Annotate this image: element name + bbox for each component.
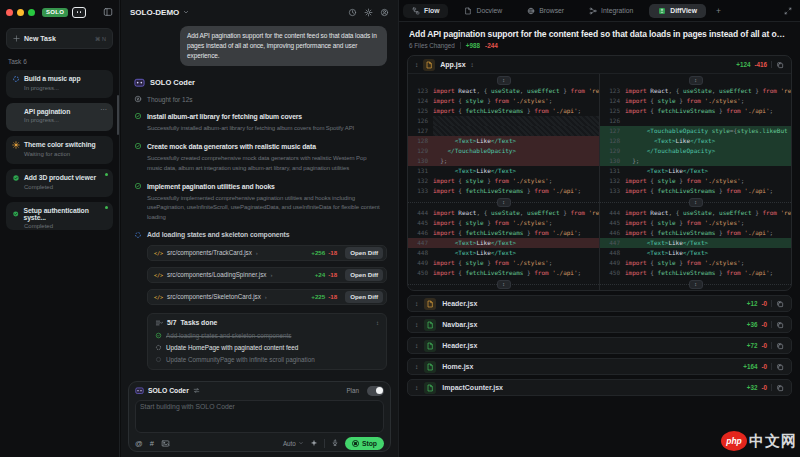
- hashtag-icon[interactable]: #: [150, 439, 154, 448]
- thought-row[interactable]: Thought for 12s: [134, 95, 387, 103]
- project-title[interactable]: SOLO-DEMO: [130, 8, 179, 17]
- copy-icon[interactable]: [776, 363, 784, 371]
- step-loading-states: Add loading states and skeleton componen…: [134, 231, 387, 239]
- diff-card-header[interactable]: ↕ App.jsx ↕ +124 -416: [408, 56, 791, 74]
- file-row-impactcounter[interactable]: ↕ ImpactCounter.jsx +32-0: [407, 379, 792, 396]
- diff-pane-new[interactable]: ↕123import React, { useState, useEffect …: [599, 74, 791, 290]
- task-card-build-music-app[interactable]: Build a music app In progress...: [6, 70, 113, 98]
- add-tab-button[interactable]: +: [713, 6, 724, 16]
- expand-panel-icon[interactable]: [784, 7, 796, 15]
- todo-item[interactable]: Update HomePage with paginated content f…: [155, 344, 379, 351]
- microphone-icon[interactable]: [331, 439, 339, 447]
- new-task-shortcut: ⌘ N: [95, 36, 106, 42]
- sidebar-scrollbar[interactable]: [117, 95, 119, 135]
- mention-icon[interactable]: @: [135, 439, 143, 448]
- tab-flow[interactable]: Flow: [403, 4, 448, 18]
- expand-hunk-button[interactable]: ↕: [689, 198, 703, 207]
- copy-icon[interactable]: [776, 61, 784, 69]
- lines-removed: -18: [328, 249, 337, 256]
- sort-icon[interactable]: ↕: [471, 61, 474, 68]
- plan-label: Plan: [346, 387, 359, 394]
- hunk-separator: ↕: [600, 196, 791, 208]
- stop-button[interactable]: Stop: [345, 437, 384, 451]
- new-task-label: New Task: [24, 35, 56, 42]
- expand-file-icon[interactable]: ↕: [415, 363, 418, 370]
- diff-line: 449import { style } from './styles';: [600, 258, 791, 268]
- diff-line: 450import { fetchLiveStreams } from './a…: [408, 268, 599, 278]
- added-file-icon: [424, 319, 436, 331]
- diff-card-app-jsx: ↕ App.jsx ↕ +124 -416 ↕123import React, …: [407, 55, 792, 291]
- copy-icon[interactable]: [776, 342, 784, 350]
- switch-agent-icon[interactable]: [193, 387, 200, 394]
- sidebar-toggle-icon[interactable]: [103, 7, 113, 17]
- copy-icon[interactable]: [776, 384, 784, 392]
- open-diff-button[interactable]: Open Diff: [345, 269, 383, 281]
- settings-gear-icon[interactable]: [364, 8, 373, 17]
- open-diff-button[interactable]: Open Diff: [345, 291, 383, 303]
- model-mode-select[interactable]: Auto: [283, 440, 304, 447]
- todo-header[interactable]: 5/7 Tasks done ↕: [155, 319, 379, 327]
- added-file-icon: [424, 340, 436, 352]
- plan-toggle[interactable]: [367, 386, 384, 396]
- expand-hunk-button[interactable]: ↕: [689, 76, 703, 85]
- chevron-right-icon: ›: [256, 250, 258, 256]
- todo-item[interactable]: Add loading states and skeleton componen…: [155, 332, 379, 339]
- task-menu-icon[interactable]: ⋯: [100, 106, 107, 114]
- hunk-separator: ↕: [600, 74, 791, 86]
- tab-integration[interactable]: Integration: [580, 4, 642, 18]
- close-window-button[interactable]: [6, 9, 13, 16]
- expand-hunk-button[interactable]: ↕: [497, 76, 511, 85]
- divider: [771, 363, 772, 370]
- chevron-down-icon[interactable]: [182, 8, 190, 16]
- user-icon[interactable]: [380, 8, 389, 17]
- tab-docview[interactable]: Docview: [455, 4, 511, 18]
- copy-icon[interactable]: [776, 321, 784, 329]
- chevron-right-icon: ›: [265, 294, 267, 300]
- history-icon[interactable]: [348, 8, 357, 17]
- expand-file-icon[interactable]: ↕: [415, 300, 418, 307]
- zoom-window-button[interactable]: [28, 9, 35, 16]
- file-row-header[interactable]: ↕ Header.jsx +12-0: [407, 295, 792, 312]
- file-row-home[interactable]: ↕ Home.jsx +164-0: [407, 358, 792, 375]
- jsx-file-icon: </>: [154, 294, 163, 300]
- expand-file-icon[interactable]: ↕: [415, 384, 418, 391]
- file-change-row[interactable]: </> src/components/TrackCard.jsx › +256-…: [147, 245, 387, 261]
- expand-hunk-button[interactable]: ↕: [497, 198, 511, 207]
- file-change-row[interactable]: </> src/components/LoadingSpinner.jsx › …: [147, 267, 387, 283]
- collapse-icon[interactable]: ↕: [376, 320, 379, 326]
- file-row-header-2[interactable]: ↕ Header.jsx +72-0: [407, 337, 792, 354]
- tab-browser[interactable]: Browser: [518, 4, 573, 18]
- task-card-3d-viewer[interactable]: Add 3D product viewer Completed: [6, 169, 113, 197]
- chat-scroll-area[interactable]: Add API pagination support for the conte…: [121, 24, 398, 378]
- new-task-button[interactable]: New Task ⌘ N: [6, 28, 113, 49]
- added-file-icon: [424, 382, 436, 394]
- task-status: Completed: [12, 223, 107, 229]
- composer-input[interactable]: [140, 403, 379, 430]
- check-circle-icon: [134, 112, 142, 120]
- dashed-circle-icon: [155, 344, 162, 351]
- task-card-auth-system[interactable]: Setup authentication syste... Completed: [6, 202, 113, 230]
- open-diff-button[interactable]: Open Diff: [345, 247, 383, 259]
- file-change-row[interactable]: </> src/components/SkeletonCard.jsx › +2…: [147, 289, 387, 305]
- minimize-window-button[interactable]: [17, 9, 24, 16]
- agent-mode-icon[interactable]: [72, 7, 86, 18]
- watermark-text: 中文网: [749, 432, 797, 451]
- file-row-navbar[interactable]: ↕ Navbar.jsx +36-0: [407, 316, 792, 333]
- copy-icon[interactable]: [776, 300, 784, 308]
- todo-item[interactable]: Update CommunityPage with infinite scrol…: [155, 356, 379, 363]
- sparkle-icon[interactable]: [310, 439, 318, 447]
- diff-pane-old[interactable]: ↕123import React, { useState, useEffect …: [408, 74, 599, 290]
- diff-line: 124import { style } from './styles';: [408, 96, 599, 106]
- task-card-api-pagination[interactable]: API pagination In progress... ⋯: [6, 103, 113, 131]
- step-title: Create mock data generators with realist…: [147, 142, 316, 150]
- task-title: Build a music app: [24, 75, 80, 82]
- task-card-theme-color[interactable]: Theme color switching Waiting for action: [6, 136, 113, 164]
- tab-diffview[interactable]: DiffView: [649, 4, 706, 18]
- expand-file-icon[interactable]: ↕: [415, 321, 418, 328]
- expand-file-icon[interactable]: ↕: [415, 342, 418, 349]
- expand-hunk-button[interactable]: ↕: [497, 280, 511, 289]
- divider: [771, 342, 772, 349]
- collapse-file-icon[interactable]: ↕: [415, 61, 418, 68]
- image-icon[interactable]: [161, 439, 170, 448]
- expand-hunk-button[interactable]: ↕: [689, 280, 703, 289]
